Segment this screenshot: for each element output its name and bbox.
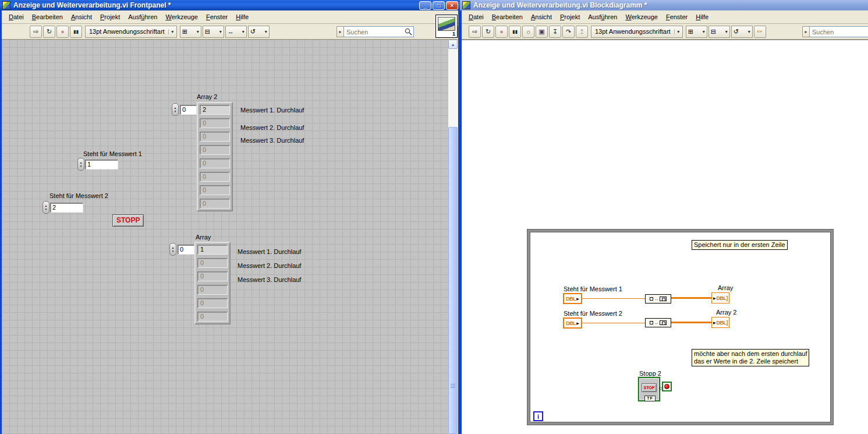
abort-button[interactable]: ●: [495, 26, 508, 38]
cleanup-diagram-button[interactable]: ✏: [754, 26, 766, 38]
array2-element[interactable]: 2: [200, 105, 230, 115]
menu-item[interactable]: Projekt: [556, 12, 584, 22]
array2-element[interactable]: 0: [200, 118, 230, 128]
step-out-icon: ↥: [579, 28, 584, 36]
block-diagram-titlebar[interactable]: Anzeige und Weiterverarbeitung.vi Blockd…: [460, 0, 868, 10]
menu-item[interactable]: Ansicht: [67, 12, 96, 22]
array1-element[interactable]: 0: [197, 285, 228, 295]
messwert1-field[interactable]: 1: [85, 160, 118, 170]
search-input[interactable]: [344, 26, 414, 37]
highlight-execution-button[interactable]: ☼: [522, 26, 534, 38]
front-panel-titlebar[interactable]: Anzeige und Weiterverarbeitung.vi Frontp…: [0, 0, 460, 10]
run-continuous-icon: ↻: [486, 28, 491, 36]
wire-scalar-2[interactable]: [582, 323, 645, 323]
menu-item[interactable]: Werkzeuge: [161, 12, 201, 22]
menu-item[interactable]: Ansicht: [527, 12, 556, 22]
menu-item[interactable]: Fenster: [662, 12, 692, 22]
array1-element[interactable]: 0: [197, 258, 228, 268]
abort-icon: ●: [499, 28, 504, 35]
array2-element[interactable]: 0: [200, 158, 230, 168]
abort-button[interactable]: ●: [56, 26, 69, 38]
search-scope-button[interactable]: ▸: [802, 26, 810, 37]
menu-item[interactable]: Ausführen: [124, 12, 161, 22]
messwert2-spinner[interactable]: ▲ ▼: [42, 201, 49, 214]
array1-element[interactable]: 0: [197, 312, 228, 322]
loop-condition-terminal[interactable]: [662, 382, 672, 391]
menu-item[interactable]: Datei: [5, 12, 28, 22]
menu-item[interactable]: Projekt: [96, 12, 124, 22]
array1-element[interactable]: 0: [197, 271, 228, 281]
minimize-button[interactable]: _: [419, 1, 431, 10]
search-input[interactable]: [810, 26, 868, 37]
reorder-dropdown[interactable]: ↺▾: [248, 26, 270, 38]
menu-item[interactable]: Datei: [465, 12, 488, 22]
menu-item[interactable]: Werkzeuge: [621, 12, 661, 22]
pause-button[interactable]: ▮▮: [509, 26, 521, 38]
dbl-control-terminal-1[interactable]: DBL▶: [563, 293, 582, 304]
array-indicator-terminal-1[interactable]: ▶DBL]: [711, 292, 729, 304]
wire-array-1[interactable]: [671, 297, 711, 299]
array2-element[interactable]: 0: [200, 199, 230, 209]
distribute-objects-dropdown[interactable]: ⊟▾: [203, 26, 224, 38]
build-array-node-1[interactable]: ‥: [645, 294, 671, 304]
reorder-dropdown[interactable]: ↺▾: [731, 26, 753, 38]
step-into-button[interactable]: ↧: [549, 26, 561, 38]
array1-index-field[interactable]: 0: [178, 245, 194, 255]
array2-element[interactable]: 0: [200, 132, 230, 142]
row-label: Messwert 3. Durchlauf: [238, 276, 301, 284]
dbl-control-terminal-2[interactable]: DBL▶: [563, 317, 582, 329]
array2-index-spinner[interactable]: ▲ ▼: [172, 103, 179, 116]
scroll-up-button[interactable]: ▲: [448, 40, 458, 49]
run-continuous-button[interactable]: ↻: [43, 26, 55, 38]
vertical-scrollbar[interactable]: ▲: [448, 40, 458, 434]
close-button[interactable]: ×: [446, 1, 458, 10]
scrollbar-thumb[interactable]: [448, 127, 458, 434]
stopp-button[interactable]: STOPP: [112, 214, 144, 227]
array1-element[interactable]: 1: [197, 245, 228, 255]
build-array-node-2[interactable]: ‥: [645, 318, 671, 327]
array1-index-spinner[interactable]: ▲ ▼: [169, 243, 176, 256]
search-group: ▸: [336, 26, 414, 37]
array2-element[interactable]: 0: [200, 172, 230, 182]
run-continuous-button[interactable]: ↻: [482, 26, 494, 38]
block-diagram-body: DateiBearbeitenAnsichtProjektAusführenWe…: [460, 10, 868, 434]
array2-index-field[interactable]: 0: [180, 105, 197, 115]
retain-wire-values-icon: ▣: [538, 28, 544, 36]
array1-element[interactable]: 0: [197, 298, 228, 308]
font-selector[interactable]: 13pt Anwendungsschriftart ▾: [591, 26, 683, 38]
comment-bottom[interactable]: möchte aber nach dem ersten durchlaufdas…: [692, 349, 809, 366]
run-button[interactable]: ⇨: [30, 26, 42, 38]
messwert1-spinner[interactable]: ▲ ▼: [77, 158, 84, 171]
pause-icon: ▮▮: [512, 29, 518, 34]
wire-scalar-1[interactable]: [582, 298, 645, 299]
menu-item[interactable]: Hilfe: [232, 12, 253, 22]
run-button[interactable]: ⇨: [469, 26, 481, 38]
menu-item[interactable]: Ausführen: [584, 12, 621, 22]
messwert2-field[interactable]: 2: [50, 203, 83, 213]
stop-boolean-terminal[interactable]: STOP TF ▷: [638, 377, 660, 401]
array2-element[interactable]: 0: [200, 145, 230, 155]
step-out-button[interactable]: ↥: [576, 26, 588, 38]
resize-objects-dropdown[interactable]: ↔▾: [225, 26, 247, 38]
menu-item[interactable]: Bearbeiten: [488, 12, 527, 22]
align-objects-dropdown[interactable]: ⊞▾: [180, 26, 201, 38]
maximize-button[interactable]: □: [433, 1, 445, 10]
retain-wire-values-button[interactable]: ▣: [536, 26, 548, 38]
search-scope-button[interactable]: ▸: [336, 26, 344, 37]
font-selector[interactable]: 13pt Anwendungsschriftart ▾: [85, 26, 177, 38]
pause-button[interactable]: ▮▮: [70, 26, 82, 38]
build-array-input-icon: [650, 297, 653, 301]
menu-item[interactable]: Fenster: [202, 12, 232, 22]
menu-item[interactable]: Hilfe: [692, 12, 713, 22]
step-over-button[interactable]: ↷: [562, 26, 575, 38]
distribute-objects-dropdown[interactable]: ⊟▾: [708, 26, 730, 38]
align-objects-dropdown[interactable]: ⊞▾: [686, 26, 707, 38]
array2-element[interactable]: 0: [200, 185, 230, 195]
comment-top[interactable]: Speichert nur in der ersten Zeile: [692, 240, 788, 250]
iteration-terminal[interactable]: i: [533, 411, 543, 421]
menu-item[interactable]: Bearbeiten: [28, 12, 67, 22]
wire-array-2[interactable]: [671, 322, 711, 323]
chevron-down-icon: ▾: [265, 29, 267, 34]
vi-icon-badge[interactable]: 1: [435, 15, 458, 38]
array-indicator-terminal-2[interactable]: ▶DBL]: [711, 317, 729, 328]
